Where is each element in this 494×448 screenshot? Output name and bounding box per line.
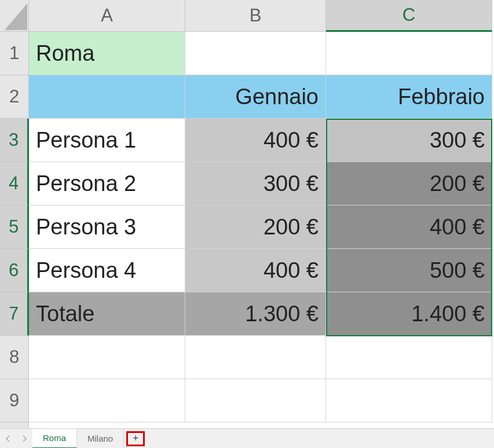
cell-B3[interactable]: 400 € bbox=[185, 119, 326, 162]
row-head-3[interactable]: 3 bbox=[0, 119, 29, 162]
row-head-5[interactable]: 5 bbox=[0, 205, 29, 249]
spreadsheet-grid: A B C 1 Roma 2 Gennaio Febbraio 3 Person… bbox=[0, 0, 494, 423]
cell-A3[interactable]: Persona 1 bbox=[29, 119, 185, 162]
sheet-nav-next[interactable] bbox=[16, 429, 32, 449]
cell-A4[interactable]: Persona 2 bbox=[29, 162, 185, 205]
row-head-6[interactable]: 6 bbox=[0, 249, 29, 292]
cell-C2[interactable]: Febbraio bbox=[326, 75, 492, 119]
sheet-tab-milano[interactable]: Milano bbox=[77, 429, 124, 449]
col-head-C[interactable]: C bbox=[326, 0, 492, 32]
cell-C6[interactable]: 500 € bbox=[326, 249, 492, 292]
cell-B7[interactable]: 1.300 € bbox=[185, 292, 326, 336]
sheet-tab-roma[interactable]: Roma bbox=[32, 429, 77, 449]
cell-A5[interactable]: Persona 3 bbox=[29, 205, 185, 249]
cell-B8[interactable] bbox=[185, 336, 326, 379]
cell-A1[interactable]: Roma bbox=[29, 32, 185, 75]
cell-B2[interactable]: Gennaio bbox=[185, 75, 326, 119]
cell-C7[interactable]: 1.400 € bbox=[326, 292, 492, 336]
cell-A7[interactable]: Totale bbox=[29, 292, 185, 336]
cell-A8[interactable] bbox=[29, 336, 185, 379]
cell-C1[interactable] bbox=[326, 32, 492, 75]
cell-C5[interactable]: 400 € bbox=[326, 205, 492, 249]
cell-B5[interactable]: 200 € bbox=[185, 205, 326, 249]
row-head-9[interactable]: 9 bbox=[0, 379, 29, 423]
select-all-corner[interactable] bbox=[0, 0, 29, 32]
cell-A6[interactable]: Persona 4 bbox=[29, 249, 185, 292]
plus-icon: + bbox=[133, 432, 139, 445]
cell-A9[interactable] bbox=[29, 379, 185, 423]
cell-B9[interactable] bbox=[185, 379, 326, 423]
row-head-4[interactable]: 4 bbox=[0, 162, 29, 205]
sheet-tab-bar: Roma Milano + bbox=[0, 428, 494, 448]
cell-B1[interactable] bbox=[185, 32, 326, 75]
sheet-nav-prev[interactable] bbox=[0, 429, 16, 449]
cell-C8[interactable] bbox=[326, 336, 492, 379]
row-head-1[interactable]: 1 bbox=[0, 32, 29, 75]
row-head-8[interactable]: 8 bbox=[0, 336, 29, 379]
cell-B6[interactable]: 400 € bbox=[185, 249, 326, 292]
col-head-A[interactable]: A bbox=[29, 0, 185, 32]
cell-B4[interactable]: 300 € bbox=[185, 162, 326, 205]
col-head-B[interactable]: B bbox=[185, 0, 326, 32]
row-head-2[interactable]: 2 bbox=[0, 75, 29, 119]
cell-C9[interactable] bbox=[326, 379, 492, 423]
add-sheet-button[interactable]: + bbox=[126, 431, 145, 446]
cell-C4[interactable]: 200 € bbox=[326, 162, 492, 205]
cell-C3[interactable]: 300 € bbox=[326, 119, 492, 162]
cell-A2[interactable] bbox=[29, 75, 185, 119]
row-head-7[interactable]: 7 bbox=[0, 292, 29, 336]
